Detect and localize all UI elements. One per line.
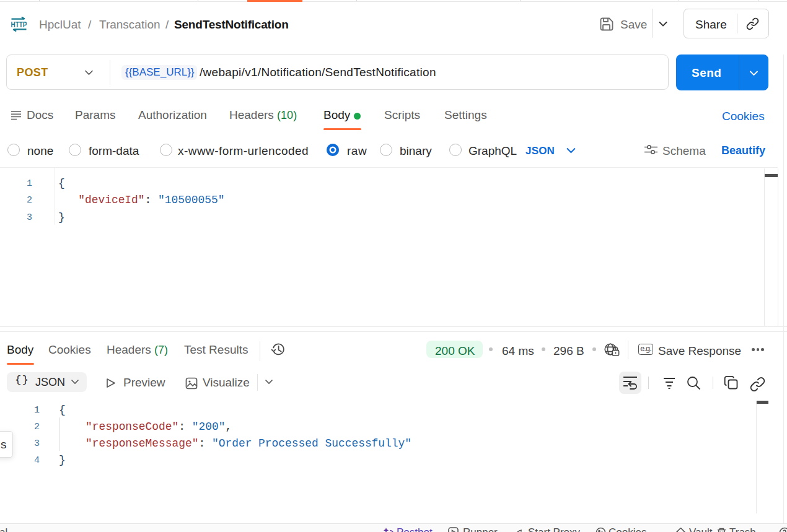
svg-text:HTTP: HTTP [11,20,27,29]
